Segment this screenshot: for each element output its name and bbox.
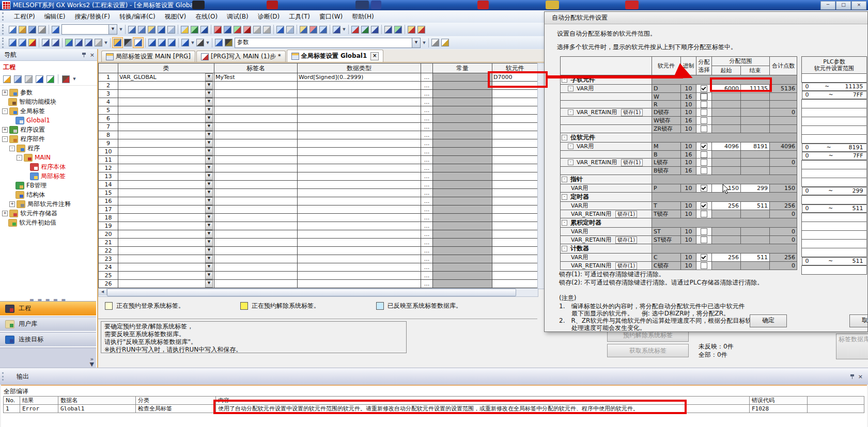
dropdown-arrow-icon[interactable]: ▼ — [205, 222, 213, 230]
edit-cell-icon[interactable] — [41, 38, 51, 48]
dropdown-arrow-icon[interactable]: ▼ — [205, 115, 213, 122]
grid-label-cell[interactable] — [214, 239, 298, 247]
tree-item-program-body[interactable]: 程序本体 — [0, 162, 97, 171]
assign-select-cell[interactable] — [696, 93, 712, 101]
grid-label-cell[interactable] — [214, 148, 298, 156]
import-file-icon[interactable] — [74, 38, 84, 48]
assign-checkbox[interactable] — [701, 101, 707, 108]
dropdown-arrow-icon[interactable]: ▼ — [205, 205, 213, 213]
sidebar-item-user-library[interactable]: 用户库 — [0, 317, 96, 331]
cut-icon[interactable] — [127, 25, 137, 35]
range-end-cell[interactable] — [741, 236, 770, 244]
cancel-button[interactable]: 取消 — [849, 314, 868, 327]
nav-refresh-icon[interactable] — [45, 74, 55, 84]
grid-class-cell[interactable]: ▼ — [118, 239, 214, 247]
tree-item-parameter[interactable]: +参数 — [0, 88, 97, 97]
get-system-label-button[interactable]: 获取系统标签 — [607, 344, 689, 357]
grid-class-cell[interactable]: ▼ — [118, 222, 214, 230]
grid-browse-button[interactable]: ... — [421, 189, 433, 197]
tree-item-main[interactable]: -MAIN — [0, 153, 97, 162]
grid-label-cell[interactable] — [214, 115, 298, 123]
device-monitor-3-icon[interactable] — [167, 38, 177, 48]
zoom-dropdown-icon[interactable] — [195, 38, 205, 48]
grid-browse-button[interactable]: ... — [421, 247, 433, 255]
assign-checkbox[interactable] — [701, 211, 707, 217]
grid-class-cell[interactable]: ▼ — [118, 148, 214, 156]
transfer-up-icon[interactable] — [308, 25, 318, 35]
dropdown-arrow-icon[interactable]: ▼ — [205, 181, 213, 188]
grid-class-cell[interactable]: ▼ — [118, 263, 214, 272]
assign-select-cell[interactable] — [696, 151, 712, 159]
range-end-cell[interactable] — [741, 262, 770, 270]
grid-class-cell[interactable]: VAR_GLOBAL▼ — [118, 73, 214, 82]
tree-item-structure[interactable]: 结构体 — [0, 190, 97, 199]
grid-browse-button[interactable]: ... — [421, 139, 433, 148]
tree-collapse-icon[interactable]: - — [562, 135, 567, 140]
grid-device-cell[interactable] — [492, 214, 538, 222]
toolbar-overflow-chevron[interactable]: ▼ — [205, 41, 210, 45]
dropdown-arrow-icon[interactable]: ▼ — [205, 148, 213, 155]
grid-class-cell[interactable]: ▼ — [118, 181, 214, 189]
grid-datatype-cell[interactable] — [298, 156, 421, 164]
grid-class-cell[interactable]: ▼ — [118, 205, 214, 214]
chevron-down-icon[interactable]: ▼ — [412, 38, 420, 48]
menu-item[interactable]: 工程(P) — [9, 11, 40, 22]
range-start-cell[interactable] — [712, 262, 741, 270]
grid-label-cell[interactable] — [214, 255, 298, 263]
device-find-icon[interactable] — [199, 25, 209, 35]
range-end-cell[interactable] — [741, 93, 770, 101]
grid-label-cell[interactable] — [214, 131, 298, 139]
grid-device-cell[interactable] — [492, 181, 538, 189]
assign-checkbox[interactable] — [701, 93, 707, 100]
range-end-cell[interactable] — [741, 167, 770, 175]
write-to-plc-icon[interactable] — [213, 25, 223, 35]
grid-class-cell[interactable]: ▼ — [118, 164, 214, 172]
grid-class-cell[interactable]: ▼ — [118, 272, 214, 280]
grid-label-cell[interactable] — [214, 280, 298, 288]
zoom-in-icon[interactable] — [252, 25, 262, 35]
dropdown-arrow-icon[interactable]: ▼ — [205, 106, 213, 114]
tree-expand-icon[interactable]: - — [9, 146, 15, 151]
grid-class-cell[interactable]: ▼ — [118, 197, 214, 205]
dropdown-arrow-icon[interactable]: ▼ — [205, 123, 213, 131]
dropdown-arrow-icon[interactable]: ▼ — [205, 280, 213, 288]
assign-select-cell[interactable] — [696, 85, 712, 93]
range-start-cell[interactable]: 256 — [712, 254, 741, 262]
assign-select-cell[interactable] — [696, 125, 712, 133]
assign-checkbox-checked[interactable] — [701, 202, 707, 209]
panel-overflow-buttons[interactable]: »▼ — [90, 357, 94, 367]
grid-label-cell[interactable] — [214, 181, 298, 189]
device-display-off-icon[interactable] — [285, 25, 295, 35]
range-start-cell[interactable] — [712, 125, 741, 133]
grid-browse-button[interactable]: ... — [421, 239, 433, 247]
grid-datatype-cell[interactable] — [298, 131, 421, 139]
grid-device-cell[interactable] — [492, 156, 538, 164]
toolbar-grip[interactable] — [2, 12, 6, 21]
device-monitor-2-icon[interactable] — [157, 38, 167, 48]
dropdown-arrow-icon[interactable]: ▼ — [205, 82, 213, 89]
menu-item[interactable]: 调试(B) — [222, 11, 253, 22]
assign-checkbox[interactable] — [701, 159, 707, 166]
grid-browse-button[interactable]: ... — [421, 172, 433, 181]
tree-item-local-label[interactable]: 局部标签 — [0, 171, 97, 181]
assign-select-cell[interactable] — [696, 101, 712, 108]
assign-select-cell[interactable] — [696, 202, 712, 210]
device-group-row[interactable]: -指针 — [561, 175, 652, 184]
grid-datatype-cell[interactable] — [298, 181, 421, 189]
grid-class-cell[interactable]: ▼ — [118, 280, 214, 288]
grid-datatype-cell[interactable] — [298, 272, 421, 280]
assign-checkbox-checked[interactable] — [701, 185, 707, 192]
ok-button[interactable]: 确定 — [750, 314, 787, 327]
nav-info-icon[interactable] — [35, 74, 44, 84]
grid-device-cell[interactable] — [492, 205, 538, 214]
dropdown-arrow-icon[interactable]: ▼ — [205, 156, 213, 164]
grid-device-cell[interactable] — [492, 131, 538, 139]
device-group-row[interactable]: -定时器 — [561, 193, 652, 202]
nav-paste-icon[interactable] — [24, 74, 34, 84]
grid-class-cell[interactable]: ▼ — [118, 255, 214, 263]
grid-browse-button[interactable]: ... — [421, 197, 433, 205]
tree-item-device-initial-value[interactable]: 软元件初始值 — [0, 218, 97, 227]
tree-item-local-device-comment[interactable]: +局部软元件注释 — [0, 199, 97, 209]
assign-select-cell[interactable] — [696, 117, 712, 125]
close-icon[interactable]: × — [858, 373, 863, 380]
